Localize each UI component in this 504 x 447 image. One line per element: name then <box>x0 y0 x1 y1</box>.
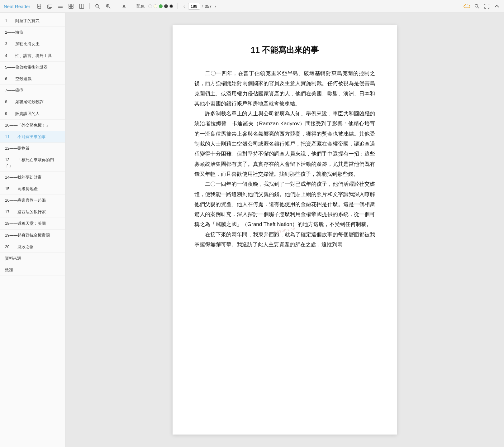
sidebar-item-12[interactable]: 12——贈物質 <box>0 143 65 154</box>
dot-light[interactable] <box>154 4 157 8</box>
sidebar-item-7[interactable]: 7——癌症 <box>0 85 65 96</box>
svg-rect-6 <box>69 4 71 6</box>
svg-line-19 <box>478 7 479 8</box>
paragraph-1: 二〇一四年，在普丁佔領克里米亞半島、破壞基輔對東烏克蘭的控制之後，西方強權開始對… <box>194 69 375 109</box>
sidebar-item-22[interactable]: 致謝 <box>0 264 65 276</box>
separator-4 <box>178 3 178 9</box>
sidebar-item-4[interactable]: 4——性、謊言、境外工具 <box>0 50 65 62</box>
prev-page-button[interactable]: ‹ <box>182 3 186 9</box>
body-text: 二〇一四年，在普丁佔領克里米亞半島、破壞基輔對東烏克蘭的控制之後，西方強權開始對… <box>194 69 375 250</box>
page-content: 11 不能寫出來的事 二〇一四年，在普丁佔領克里米亞半島、破壞基輔對東烏克蘭的控… <box>173 25 397 435</box>
sidebar-item-16[interactable]: 16——寡家喜歡一起混 <box>0 195 65 206</box>
next-page-button[interactable]: › <box>213 3 217 9</box>
svg-point-12 <box>96 4 98 7</box>
grid-icon[interactable] <box>68 3 74 10</box>
svg-rect-3 <box>58 5 63 5</box>
sidebar-item-19[interactable]: 19——起身對抗金權帝國 <box>0 230 65 241</box>
svg-line-15 <box>109 7 110 8</box>
dot-dark2[interactable] <box>169 4 173 8</box>
sidebar-item-15[interactable]: 15——高級房地產 <box>0 183 65 195</box>
page-total: 357 <box>205 4 212 9</box>
svg-rect-5 <box>58 7 63 8</box>
separator-2 <box>116 3 116 9</box>
cloud-icon[interactable] <box>464 3 470 10</box>
sidebar-item-20[interactable]: 20——腐敗之物 <box>0 241 65 253</box>
svg-rect-8 <box>69 7 71 8</box>
toolbar-right <box>464 3 500 10</box>
sidebar-item-11[interactable]: 11——不能寫出來的事 <box>0 131 65 143</box>
dot-green[interactable] <box>159 4 163 8</box>
sidebar-item-2[interactable]: 2——海盜 <box>0 27 65 38</box>
sidebar-item-9[interactable]: 9——販賣護照的人 <box>0 108 65 120</box>
svg-point-18 <box>475 4 478 7</box>
dot-dark1[interactable] <box>164 4 168 8</box>
chapter-title: 11 不能寫出來的事 <box>194 44 375 56</box>
color-dots <box>148 4 173 8</box>
search2-icon[interactable] <box>105 3 112 10</box>
bookmark-icon[interactable] <box>36 3 43 10</box>
content-area: 11 不能寫出來的事 二〇一四年，在普丁佔領克里米亞半島、破壞基輔對東烏克蘭的控… <box>65 13 504 447</box>
menu-icon[interactable] <box>57 3 64 10</box>
sidebar-item-17[interactable]: 17——路西法的銀行家 <box>0 206 65 218</box>
search3-icon[interactable] <box>473 3 480 10</box>
sidebar-item-18[interactable]: 18——避稅天堂：美國 <box>0 218 65 229</box>
color-label: 配色 <box>136 3 145 9</box>
copy-icon[interactable] <box>46 3 53 10</box>
sidebar-item-10[interactable]: 10——「外交豁免權！」 <box>0 120 65 131</box>
svg-rect-2 <box>49 4 52 7</box>
svg-rect-4 <box>58 6 63 7</box>
page-navigation: ‹ / 357 › <box>182 3 217 10</box>
collapse-icon[interactable] <box>493 3 500 10</box>
paragraph-4: 在接下來的兩年間，我東奔西跑，就為了確定這個故事的每個層面都被我掌握得無懈可擊。… <box>194 230 375 250</box>
search-icon[interactable] <box>94 3 101 10</box>
sidebar-item-14[interactable]: 14——我的夢幻財富 <box>0 172 65 183</box>
app-title: Neat Reader <box>4 4 30 9</box>
sidebar-item-3[interactable]: 3——加勒比海女王 <box>0 38 65 50</box>
sidebar-item-13[interactable]: 13——「核死亡來敲你的門了」 <box>0 154 65 171</box>
separator-1 <box>89 3 90 9</box>
sidebar-item-8[interactable]: 8——如響尾蛇般狡詐 <box>0 96 65 108</box>
sidebar-item-21[interactable]: 資料來源 <box>0 253 65 264</box>
sidebar-item-6[interactable]: 6——空殼遊戲 <box>0 73 65 85</box>
layout-icon[interactable] <box>78 3 85 10</box>
svg-rect-0 <box>38 4 41 8</box>
sidebar-item-5[interactable]: 5——倫敦哈雷街的謎圈 <box>0 62 65 73</box>
svg-rect-9 <box>71 7 73 8</box>
sidebar: 1——阿拉丁的寶穴2——海盜3——加勒比海女王4——性、謊言、境外工具5——倫敦… <box>0 13 65 447</box>
svg-rect-7 <box>71 4 73 6</box>
svg-line-13 <box>98 7 100 8</box>
page-number-input[interactable] <box>188 3 200 10</box>
paragraph-3: 二〇一四年的一個夜晚，我找到了一對已成年的孩子，他們活躍於社交媒體，使我能一路追… <box>194 179 375 229</box>
dot-white[interactable] <box>148 4 152 8</box>
fullscreen-icon[interactable] <box>483 3 490 10</box>
paragraph-2: 許多制裁名單上的人士與公司都廣為人知。舉例來說，車臣共和國凶殘的統治者拉姆贊．卡… <box>194 109 375 179</box>
sidebar-item-1[interactable]: 1——阿拉丁的寶穴 <box>0 15 65 27</box>
page-separator: / <box>202 4 203 9</box>
separator-3 <box>132 3 132 9</box>
main-area: 1——阿拉丁的寶穴2——海盜3——加勒比海女王4——性、謊言、境外工具5——倫敦… <box>0 13 504 447</box>
toolbar: Neat Reader <box>0 0 504 13</box>
font-icon[interactable]: A <box>121 3 127 10</box>
